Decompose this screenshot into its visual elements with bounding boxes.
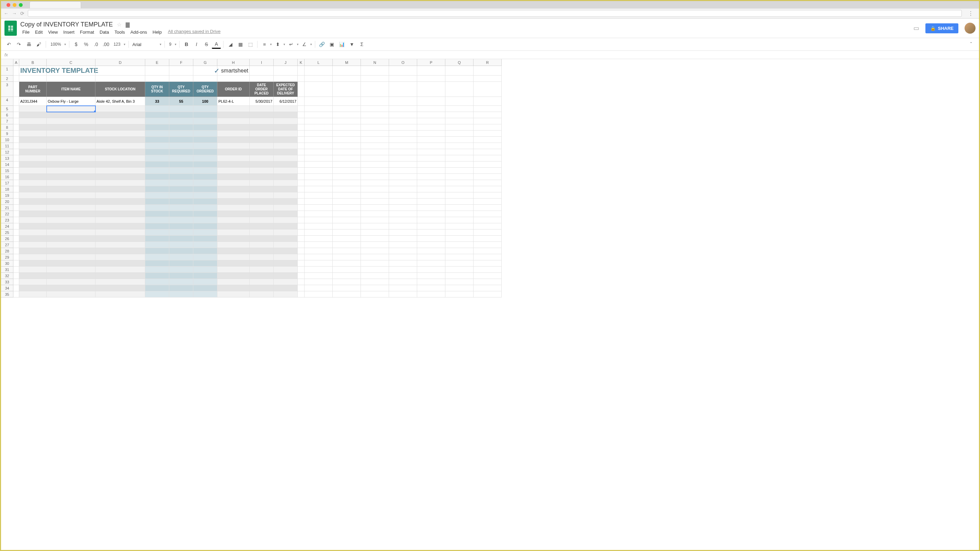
cell-K16[interactable]	[298, 174, 305, 180]
cell-B13[interactable]	[19, 155, 47, 161]
row-header-25[interactable]: 25	[1, 229, 13, 236]
cell-P8[interactable]	[417, 124, 445, 131]
cell-G14[interactable]	[193, 161, 217, 168]
cell-D34[interactable]	[95, 285, 145, 291]
zoom-dropdown[interactable]: 100% ▼	[48, 42, 67, 47]
folder-icon[interactable]: ▇	[126, 22, 130, 28]
cell-C21[interactable]	[47, 205, 95, 211]
cell-J5[interactable]	[274, 106, 298, 112]
cell-P28[interactable]	[417, 248, 445, 254]
cell-K12[interactable]	[298, 149, 305, 155]
cell-H4[interactable]: PL62-4-L	[217, 97, 250, 106]
cell-H6[interactable]	[217, 112, 250, 118]
col-header-C[interactable]: C	[47, 59, 95, 65]
cell-K29[interactable]	[298, 254, 305, 260]
font-size-dropdown[interactable]: 9 ▼	[167, 42, 177, 47]
cell-R34[interactable]	[474, 285, 502, 291]
filter-button[interactable]: ▼	[347, 40, 356, 49]
cell-N8[interactable]	[361, 124, 389, 131]
cell-F33[interactable]	[169, 279, 193, 285]
print-button[interactable]: 🖶	[24, 40, 33, 49]
cell-I4[interactable]: 5/30/2017	[250, 97, 274, 106]
cell-M31[interactable]	[333, 267, 361, 273]
cell-Q35[interactable]	[445, 291, 474, 298]
cell-J20[interactable]	[274, 199, 298, 205]
row-header-29[interactable]: 29	[1, 254, 13, 260]
cell-P13[interactable]	[417, 155, 445, 161]
cell-A18[interactable]	[13, 186, 19, 193]
cell-G20[interactable]	[193, 199, 217, 205]
sheets-logo-icon[interactable]	[5, 21, 17, 36]
cell-M12[interactable]	[333, 149, 361, 155]
cell-N5[interactable]	[361, 106, 389, 112]
cell-A30[interactable]	[13, 260, 19, 267]
cell-O29[interactable]	[389, 254, 417, 260]
cell-I32[interactable]	[250, 273, 274, 279]
cell-H34[interactable]	[217, 285, 250, 291]
comments-button[interactable]: ▭	[913, 24, 919, 32]
cell-M1[interactable]	[333, 66, 361, 76]
cell-G28[interactable]	[193, 248, 217, 254]
cell-R24[interactable]	[474, 223, 502, 229]
cell-K14[interactable]	[298, 161, 305, 168]
cell-L9[interactable]	[305, 131, 333, 137]
cell-E19[interactable]	[145, 193, 169, 199]
cell-K9[interactable]	[298, 131, 305, 137]
cell-E17[interactable]	[145, 180, 169, 186]
cell-E22[interactable]	[145, 211, 169, 217]
cell-F2[interactable]	[169, 76, 193, 82]
cell-L25[interactable]	[305, 229, 333, 236]
cell-N17[interactable]	[361, 180, 389, 186]
cell-K35[interactable]	[298, 291, 305, 298]
cell-G25[interactable]	[193, 229, 217, 236]
cell-Q27[interactable]	[445, 242, 474, 248]
cell-L20[interactable]	[305, 199, 333, 205]
cell-P31[interactable]	[417, 267, 445, 273]
cell-E5[interactable]	[145, 106, 169, 112]
cell-I26[interactable]	[250, 236, 274, 242]
cell-K25[interactable]	[298, 229, 305, 236]
cell-F16[interactable]	[169, 174, 193, 180]
cell-G17[interactable]	[193, 180, 217, 186]
merge-cells-button[interactable]: ⬚	[246, 40, 255, 49]
cell-N28[interactable]	[361, 248, 389, 254]
cell-B26[interactable]	[19, 236, 47, 242]
cell-C4[interactable]: Oxbow Fly - Large	[47, 97, 95, 106]
cell-F18[interactable]	[169, 186, 193, 193]
cell-C7[interactable]	[47, 118, 95, 124]
cell-N32[interactable]	[361, 273, 389, 279]
cell-H5[interactable]	[217, 106, 250, 112]
cell-P17[interactable]	[417, 180, 445, 186]
cell-L30[interactable]	[305, 260, 333, 267]
cell-K34[interactable]	[298, 285, 305, 291]
cell-A24[interactable]	[13, 223, 19, 229]
cell-F31[interactable]	[169, 267, 193, 273]
cell-A20[interactable]	[13, 199, 19, 205]
cell-E35[interactable]	[145, 291, 169, 298]
cell-C20[interactable]	[47, 199, 95, 205]
cell-F13[interactable]	[169, 155, 193, 161]
cell-D8[interactable]	[95, 124, 145, 131]
cell-I31[interactable]	[250, 267, 274, 273]
cell-P6[interactable]	[417, 112, 445, 118]
cell-Q9[interactable]	[445, 131, 474, 137]
cell-R17[interactable]	[474, 180, 502, 186]
cell-D15[interactable]	[95, 168, 145, 174]
italic-button[interactable]: I	[192, 40, 201, 49]
row-header-16[interactable]: 16	[1, 174, 13, 180]
cell-C22[interactable]	[47, 211, 95, 217]
col-header-A[interactable]: A	[13, 59, 19, 65]
cell-J22[interactable]	[274, 211, 298, 217]
cell-K18[interactable]	[298, 186, 305, 193]
cell-H19[interactable]	[217, 193, 250, 199]
cell-F12[interactable]	[169, 149, 193, 155]
cell-P27[interactable]	[417, 242, 445, 248]
cell-A12[interactable]	[13, 149, 19, 155]
paint-format-button[interactable]: 🖌	[34, 40, 43, 49]
cell-J35[interactable]	[274, 291, 298, 298]
cell-H33[interactable]	[217, 279, 250, 285]
cell-K20[interactable]	[298, 199, 305, 205]
row-header-34[interactable]: 34	[1, 285, 13, 291]
cell-N4[interactable]	[361, 97, 389, 106]
cell-O4[interactable]	[389, 97, 417, 106]
